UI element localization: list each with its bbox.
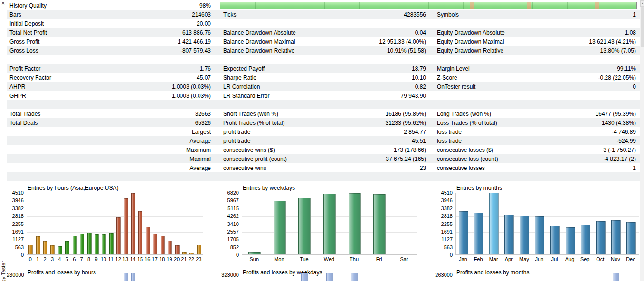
stats-row[interactable]: Maximumconsecutive wins ($)173 (178.66)c… [7,145,640,154]
stats-row[interactable]: Gross Profit1 421 466.19Balance Drawdown… [7,37,640,46]
bar-Mar[interactable] [489,193,499,254]
bar-4[interactable] [58,246,62,254]
partial-bar[interactable] [351,273,358,281]
stat-pair: Total Deals65326 [9,120,211,126]
bar-14[interactable] [131,193,135,254]
stat-value: 0.04 [415,29,426,36]
bar-11[interactable] [109,233,114,254]
y-tick-label: 6820 [220,190,239,196]
quality-segment-divider [463,2,464,9]
bar-20[interactable] [175,245,180,254]
stat-value: 99.11% [617,66,636,72]
stats-row[interactable]: Gross Loss-807 579.43Balance Drawdown Re… [7,46,640,55]
stat-label: Initial Deposit [9,20,44,27]
vertical-scrollbar[interactable]: ▲ [640,0,644,281]
stat-pair: consecutive losses ($)3 (-1 750.27) [437,147,636,153]
stats-row[interactable]: Largestprofit trade2 854.77loss trade-4 … [7,127,640,136]
stats-row[interactable]: Averageprofit trade45.51loss trade-524.9… [7,136,640,145]
x-tick-label: Mar [486,256,501,262]
bar-18[interactable] [161,236,165,254]
y-tick-label: 1691 [433,229,453,234]
bar-Sun[interactable] [248,252,261,254]
bar-1[interactable] [36,236,40,254]
stats-row[interactable]: Total Trades32663Short Trades (won %)161… [7,109,640,118]
bar-9[interactable] [95,234,99,254]
stats-row[interactable]: AHPR1.0003 (0.03%)LR Correlation0.82OnTe… [7,82,640,91]
close-icon[interactable]: × [1,0,7,7]
stat-label: Gross Profit [9,38,39,45]
bar-Mon[interactable] [274,201,286,254]
stats-row[interactable]: GHPR1.0003 (0.03%)LR Standard Error79 94… [7,91,640,100]
bar-Wed[interactable] [323,194,336,254]
stats-row[interactable]: Profit Factor1.76Expected Payoff18.79Mar… [7,64,640,73]
stats-row[interactable]: Initial Deposit20.00 [7,19,640,28]
bar-12[interactable] [116,217,121,254]
stat-pair: Balance Drawdown Maximal12 951.33 (4.00%… [223,38,426,45]
stats-row[interactable]: Averageconsecutive wins23consecutive los… [7,163,640,172]
stat-value: 3 (-1 750.27) [603,147,636,153]
bar-13[interactable] [124,198,128,254]
bar-22[interactable] [189,253,194,254]
bar-15[interactable] [138,211,142,254]
chart-title: Entries by months [456,185,502,191]
bar-Aug[interactable] [566,227,575,254]
strategy-tester-tab-label: Strategy Tester [0,261,6,281]
scrollbar-thumb[interactable] [641,7,644,47]
bar-3[interactable] [50,245,55,254]
stats-row[interactable]: Total Deals65326Profit Trades (% of tota… [7,118,640,127]
stats-row[interactable]: Bars214603Ticks4283556Symbols1 [7,10,640,19]
bar-Jul[interactable] [550,226,560,254]
scroll-up-icon[interactable]: ▲ [640,0,644,7]
stats-row[interactable]: Recovery Factor45.07Sharpe Ratio10.10Z-S… [7,73,640,82]
bar-0[interactable] [28,245,33,254]
bar-Feb[interactable] [474,213,483,254]
bar-Dec[interactable] [626,222,636,254]
bar-8[interactable] [87,233,92,254]
bar-Jun[interactable] [535,216,544,254]
profits-and-losses-by-weekdays-chart: Profits and losses by weekdays323000 [220,267,433,281]
stat-value: 37 675.24 (165) [386,156,426,162]
bar-7[interactable] [80,234,84,254]
bar-Apr[interactable] [504,215,514,254]
partial-bar[interactable] [301,273,308,281]
stats-row[interactable]: History Quality98% [7,1,640,10]
bar-Thu[interactable] [349,193,361,254]
bar-10[interactable] [102,234,106,254]
bar-6[interactable] [73,236,77,254]
bar-16[interactable] [146,227,150,254]
bar-Jan[interactable] [459,211,468,254]
bar-5[interactable] [65,241,69,254]
stats-row[interactable]: Total Net Profit613 886.76Balance Drawdo… [7,28,640,37]
bar-Oct[interactable] [596,221,606,254]
bar-19[interactable] [168,241,172,254]
strategy-tester-tab[interactable]: Strategy Tester [0,219,7,281]
strategy-tester-report: × Strategy Tester History Quality98%Bars… [0,0,644,281]
bar-21[interactable] [182,252,187,254]
bar-2[interactable] [43,241,47,254]
x-tick-label: 22 [188,256,195,262]
partial-bar[interactable] [124,273,128,281]
partial-bar[interactable] [613,273,619,281]
bar-Fri[interactable] [373,194,386,254]
stat-label: History Quality [9,2,47,9]
partial-bar[interactable] [131,273,135,281]
x-tick-label: Sep [578,256,593,262]
bar-23[interactable] [197,245,201,254]
y-tick-label: 2557 [220,229,239,234]
partial-bar[interactable] [326,273,333,281]
bar-17[interactable] [153,234,157,254]
y-tick-label: 230000 [7,272,24,278]
stat-value: 18.79 [412,66,426,72]
stat-pair: AHPR1.0003 (0.03%) [9,84,211,90]
gridline [27,232,203,233]
bar-Sep[interactable] [581,225,590,254]
stat-label: LR Standard Error [223,93,269,99]
bar-May[interactable] [520,216,529,254]
stats-row[interactable]: Maximalconsecutive profit (count)37 675.… [7,154,640,163]
bar-Nov[interactable] [611,220,621,254]
stat-pair: consecutive wins ($)173 (178.66) [223,147,426,153]
stat-pair: Maximum [9,147,211,153]
x-tick-label: Nov [608,256,623,262]
x-tick-label: 5 [63,256,70,262]
bar-Tue[interactable] [298,198,311,254]
